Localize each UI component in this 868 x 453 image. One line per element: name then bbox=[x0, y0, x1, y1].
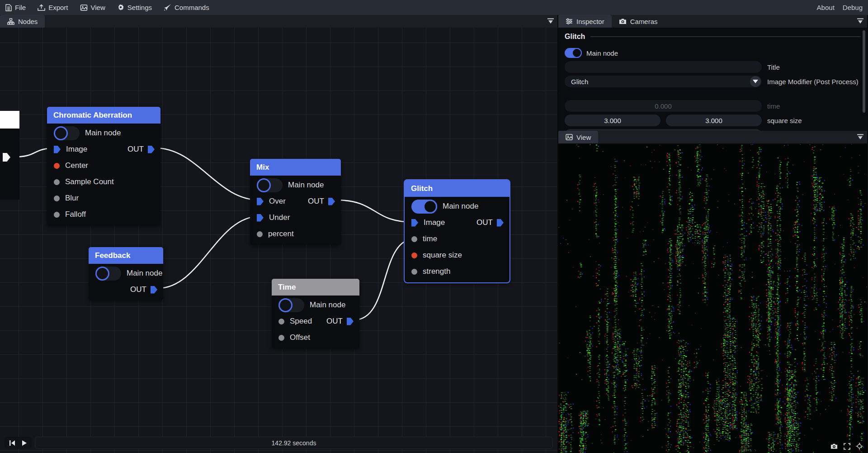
input-port-dot[interactable] bbox=[54, 196, 60, 201]
tabstrip-spacer bbox=[665, 15, 854, 28]
menu-left: FileExportViewSettingsCommands bbox=[5, 4, 209, 11]
main-node-toggle[interactable] bbox=[95, 267, 121, 281]
node-row-main-node: Main node bbox=[47, 125, 160, 141]
view-icon bbox=[80, 5, 88, 11]
output-port-arrow[interactable] bbox=[328, 198, 335, 205]
input-port-dot[interactable] bbox=[54, 179, 60, 185]
out-label: OUT bbox=[127, 145, 144, 154]
node-title[interactable]: Mix bbox=[250, 159, 341, 176]
menu-item-about[interactable]: About bbox=[817, 4, 835, 11]
tab-view[interactable]: View bbox=[558, 131, 598, 143]
node-title[interactable]: Chromatic Aberration bbox=[47, 107, 160, 124]
output-port-arrow[interactable] bbox=[497, 219, 504, 227]
skip-to-start-button[interactable] bbox=[7, 438, 17, 448]
main-node-toggle[interactable] bbox=[565, 48, 582, 58]
input-port-dot[interactable] bbox=[54, 212, 60, 218]
menu-item-label: Settings bbox=[127, 4, 152, 11]
node-connection-wire[interactable] bbox=[335, 200, 414, 222]
node-row-out: OUT bbox=[89, 281, 163, 298]
menu-item-settings[interactable]: Settings bbox=[117, 4, 152, 11]
main-node-toggle[interactable] bbox=[278, 298, 304, 312]
port-label: Sample Count bbox=[65, 177, 114, 186]
input-port-arrow[interactable] bbox=[257, 198, 264, 205]
timeline-scrubber[interactable]: 142.92 seconds bbox=[35, 437, 553, 449]
node-row-main-node: Main node bbox=[405, 198, 509, 215]
panel-menu-icon[interactable] bbox=[854, 131, 867, 143]
input-port-dot[interactable] bbox=[278, 335, 284, 341]
node-glitch[interactable]: GlitchMain nodeImageOUTtimesquare sizest… bbox=[405, 180, 509, 282]
commands-icon bbox=[164, 4, 171, 11]
input-port-arrow[interactable] bbox=[257, 214, 264, 222]
node-feedback[interactable]: FeedbackMain nodeOUT bbox=[89, 247, 163, 300]
node-row-main-node: Main node bbox=[250, 177, 341, 193]
type-field-row: Glitch Image Modifier (Post Process) bbox=[565, 76, 861, 87]
offscreen-node[interactable] bbox=[0, 111, 19, 200]
node-connection-wire[interactable] bbox=[155, 148, 259, 200]
fullscreen-button[interactable] bbox=[843, 442, 851, 450]
output-port-arrow[interactable] bbox=[3, 153, 10, 162]
menu-item-file[interactable]: File bbox=[5, 4, 26, 11]
input-port-arrow[interactable] bbox=[411, 219, 418, 227]
node-body: Main nodeImageOUTtimesquare sizestrength bbox=[405, 197, 509, 282]
input-port-dot[interactable] bbox=[257, 231, 263, 237]
node-time[interactable]: TimeMain nodeSpeedOUTOffset bbox=[272, 279, 359, 348]
node-row-square-size: square size bbox=[405, 247, 509, 263]
input-port-dot[interactable] bbox=[411, 236, 417, 242]
menu-item-debug[interactable]: Debug bbox=[843, 4, 863, 11]
port-label: Falloff bbox=[65, 210, 86, 219]
node-mix[interactable]: MixMain nodeOverOUTUnderpercent bbox=[250, 159, 341, 245]
tab-cameras[interactable]: Cameras bbox=[612, 15, 665, 28]
dropdown-button[interactable] bbox=[750, 76, 761, 87]
tab-inspector[interactable]: Inspector bbox=[558, 15, 612, 28]
main-node-toggle[interactable] bbox=[54, 126, 80, 140]
output-port: OUT bbox=[308, 197, 335, 206]
port-label: strength bbox=[423, 267, 450, 276]
port-label: Speed bbox=[290, 317, 312, 326]
node-title[interactable]: Time bbox=[272, 279, 359, 296]
input-port-arrow[interactable] bbox=[54, 146, 61, 153]
node-row-time: time bbox=[405, 231, 509, 247]
square-size-field-label: square size bbox=[767, 117, 802, 124]
title-input[interactable] bbox=[565, 61, 762, 73]
output-port-arrow[interactable] bbox=[151, 286, 157, 294]
node-title[interactable]: Feedback bbox=[89, 247, 163, 264]
inspector-scrollbar[interactable] bbox=[863, 30, 865, 113]
input-port-dot[interactable] bbox=[411, 253, 417, 258]
main-node-toggle[interactable] bbox=[411, 200, 437, 214]
strength-field-row: 1.000 strength bbox=[565, 129, 861, 131]
input-port-dot[interactable] bbox=[54, 163, 60, 169]
node-row-blur: Blur bbox=[47, 190, 160, 206]
strength-field[interactable]: 1.000 bbox=[565, 129, 762, 131]
main-node-toggle[interactable] bbox=[257, 178, 283, 192]
menu-right: AboutDebug bbox=[817, 4, 863, 11]
node-type-dropdown[interactable]: Glitch bbox=[565, 76, 762, 87]
node-body: Main nodeSpeedOUTOffset bbox=[272, 296, 359, 348]
panel-menu-icon[interactable] bbox=[544, 15, 557, 28]
play-button[interactable] bbox=[19, 438, 29, 448]
output-port-arrow[interactable] bbox=[148, 146, 155, 153]
node-connection-wire[interactable] bbox=[158, 216, 259, 288]
port-label: Over bbox=[269, 197, 286, 206]
square-size-x-field[interactable]: 3.000 bbox=[565, 114, 660, 126]
tab-nodes[interactable]: Nodes bbox=[0, 15, 45, 28]
screenshot-button[interactable] bbox=[830, 442, 838, 450]
menu-item-export[interactable]: Export bbox=[38, 4, 68, 11]
main-node-label: Main node bbox=[586, 49, 618, 57]
recenter-button[interactable] bbox=[855, 442, 863, 450]
main-node-label: Main node bbox=[288, 181, 324, 190]
input-port-dot[interactable] bbox=[278, 319, 284, 324]
node-chromatic-aberration[interactable]: Chromatic AberrationMain nodeImageOUTCen… bbox=[47, 107, 160, 225]
square-size-y-field[interactable]: 3.000 bbox=[666, 114, 762, 126]
time-field[interactable]: 0.000 bbox=[565, 100, 762, 112]
render-view[interactable] bbox=[558, 143, 867, 453]
output-port: OUT bbox=[476, 218, 504, 227]
node-graph-canvas[interactable]: 142.92 seconds Chromatic AberrationMain … bbox=[0, 28, 557, 453]
input-port-dot[interactable] bbox=[411, 269, 417, 275]
menu-item-view[interactable]: View bbox=[80, 4, 105, 11]
output-port-arrow[interactable] bbox=[347, 318, 354, 325]
menu-item-commands[interactable]: Commands bbox=[164, 4, 209, 11]
node-title[interactable]: Glitch bbox=[405, 180, 509, 197]
toggle-knob bbox=[257, 178, 271, 192]
panel-menu-icon[interactable] bbox=[854, 15, 867, 28]
out-label: OUT bbox=[308, 197, 324, 206]
